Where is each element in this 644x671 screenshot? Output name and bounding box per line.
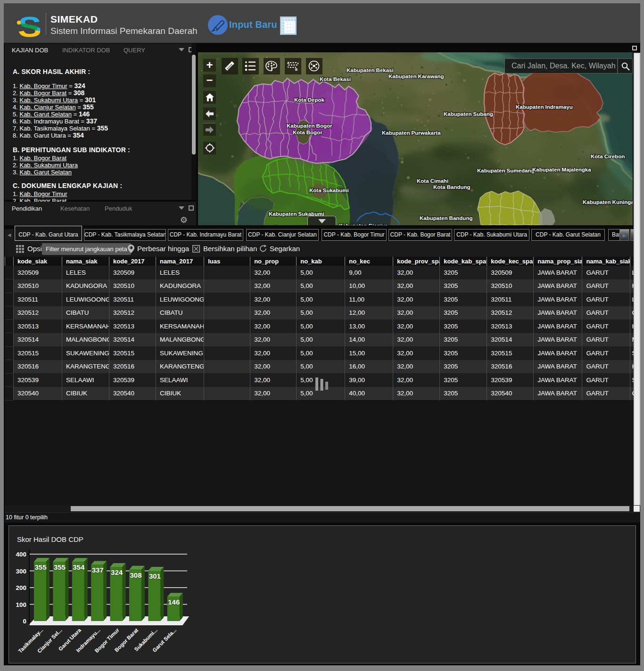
svg-text:Kabupaten Indramayu: Kabupaten Indramayu	[516, 104, 573, 110]
svg-text:100: 100	[16, 601, 26, 608]
svg-text:Kota Cimahi: Kota Cimahi	[417, 178, 448, 184]
svg-text:Kota Bandung: Kota Bandung	[433, 184, 471, 190]
svg-text:200: 200	[16, 584, 26, 591]
svg-text:301: 301	[149, 572, 161, 580]
svg-text:146: 146	[168, 598, 180, 606]
svg-text:355: 355	[34, 563, 46, 571]
svg-text:400: 400	[16, 551, 26, 558]
svg-text:0: 0	[23, 618, 26, 625]
svg-text:Kabupaten Bogor: Kabupaten Bogor	[287, 123, 332, 129]
svg-text:Kabupaten Kuningan: Kabupaten Kuningan	[583, 199, 633, 205]
svg-text:Kota Sukabumi: Kota Sukabumi	[309, 188, 349, 193]
svg-text:308: 308	[130, 571, 141, 579]
svg-text:Kabupaten Karawang: Kabupaten Karawang	[388, 74, 444, 79]
svg-text:Kota Cirebon: Kota Cirebon	[591, 154, 625, 159]
svg-text:Kota Bogor: Kota Bogor	[293, 130, 322, 135]
svg-text:Kota Depok: Kota Depok	[294, 97, 325, 103]
svg-text:337: 337	[92, 566, 104, 574]
svg-text:300: 300	[16, 568, 26, 575]
svg-text:Kabupaten Majalengka: Kabupaten Majalengka	[532, 167, 591, 172]
svg-text:355: 355	[54, 563, 66, 571]
svg-text:B: B	[295, 68, 297, 71]
svg-text:Kabupaten Subang: Kabupaten Subang	[444, 111, 493, 117]
svg-text:A: A	[287, 61, 289, 65]
svg-text:S: S	[18, 10, 41, 38]
svg-text:324: 324	[111, 568, 123, 576]
svg-text:Kabupaten Bandung: Kabupaten Bandung	[420, 215, 472, 221]
svg-text:Kota Bekasi: Kota Bekasi	[320, 76, 351, 82]
svg-text:354: 354	[73, 563, 85, 571]
svg-text:Kabupaten Sumedang: Kabupaten Sumedang	[477, 168, 534, 173]
svg-text:Kabupaten Bekasi: Kabupaten Bekasi	[347, 67, 394, 73]
svg-text:Kabupaten Purwakarta: Kabupaten Purwakarta	[382, 130, 441, 136]
